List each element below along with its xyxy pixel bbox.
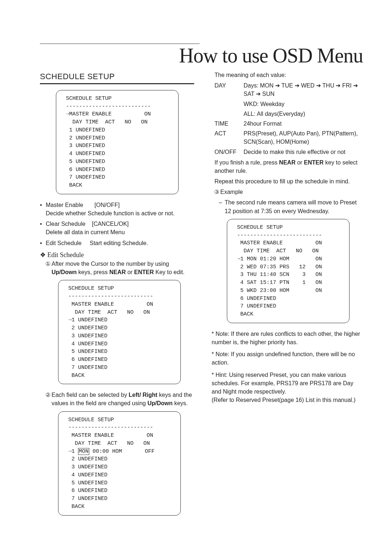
- finish-rule: If you finish a rule, press NEAR or ENTE…: [215, 158, 363, 175]
- meaning-intro: The meaning of each value:: [209, 71, 363, 79]
- osd-box-2: SCHEDULE SETUP -------------------------…: [58, 280, 181, 384]
- osd-box-3: SCHEDULE SETUP -------------------------…: [58, 411, 181, 516]
- step1-num: ①: [45, 260, 51, 268]
- title-rule: [40, 44, 200, 44]
- step-1: ① After move the Cursor to the number by…: [40, 260, 194, 276]
- example-desc: The second rule means camera will move t…: [209, 198, 363, 215]
- osd-box-1: SCHEDULE SETUP -------------------------…: [56, 90, 179, 194]
- step-2: ② Each field can be selected by Left/ Ri…: [40, 391, 194, 407]
- kv-onoff: ON/OFF Decide to make this rule effectiv…: [215, 148, 363, 156]
- osd-box-4: SCHEDULE SETUP -------------------------…: [227, 219, 350, 323]
- bullet-edit-schedule: Edit Schedule Start editing Schedule.: [40, 239, 194, 247]
- bullet-clear-schedule: Clear Schedule [CANCEL/OK] Delete all da…: [40, 220, 194, 236]
- section-head: SCHEDULE SETUP: [40, 71, 194, 84]
- note-1: * Note: If there are rules conflicts to …: [209, 330, 363, 346]
- bullet-master-enable: Master Enable [ON/OFF] Decide whether Sc…: [40, 201, 194, 217]
- left-column: SCHEDULE SETUP SCHEDULE SETUP ----------…: [40, 71, 194, 522]
- step2-num: ②: [45, 391, 51, 399]
- kv-time: TIME 24hour Format: [215, 119, 363, 128]
- kv-day: DAY Days: MON ➔ TUE ➔ WED ➔ THU ➔ FRI ➔ …: [215, 81, 363, 98]
- step3-num: ③: [214, 188, 220, 196]
- edit-schedule-head: ❖ Edit Schedule: [40, 250, 194, 260]
- kv-act: ACT PRS(Preset), AUP(Auto Pan), PTN(Patt…: [215, 129, 363, 146]
- repeat-note: Repeat this procedure to fill up the sch…: [215, 177, 363, 186]
- step-3: ③ Example: [209, 188, 363, 196]
- note-2: * Note: If you assign undefined function…: [209, 350, 363, 367]
- page-title: How to use OSD Menu: [40, 44, 363, 67]
- note-3: * Hint: Using reserved Preset, you can m…: [209, 371, 363, 404]
- right-column: The meaning of each value: DAY Days: MON…: [209, 71, 363, 522]
